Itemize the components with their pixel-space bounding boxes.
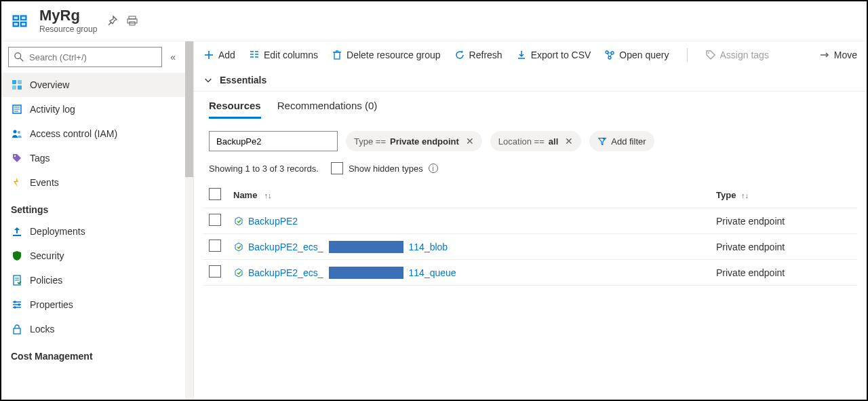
- page-header: MyRg Resource group: [1, 1, 867, 34]
- sidebar-item-deployments[interactable]: Deployments: [1, 219, 185, 244]
- sidebar-search-input[interactable]: [28, 52, 156, 63]
- svg-line-44: [610, 54, 612, 56]
- page-subtitle: Resource group: [39, 24, 97, 34]
- svg-point-23: [14, 301, 16, 303]
- svg-rect-5: [12, 80, 16, 84]
- add-filter-button[interactable]: Add filter: [589, 131, 654, 151]
- overview-icon: [11, 79, 23, 91]
- sidebar-item-label: Policies: [30, 275, 62, 286]
- plus-icon: [203, 50, 214, 60]
- resource-type: Private endpoint: [716, 242, 852, 252]
- table-header: Name ↑↓ Type ↑↓: [203, 183, 857, 208]
- sidebar-item-events[interactable]: Events: [1, 170, 185, 195]
- row-checkbox[interactable]: [209, 214, 221, 226]
- svg-point-13: [14, 130, 17, 134]
- resource-link[interactable]: BackupPE2_ecs_114_blob: [233, 241, 448, 253]
- tab-recommendations[interactable]: Recommendations (0): [277, 100, 378, 119]
- sidebar-item-label: Tags: [30, 153, 50, 164]
- checkbox[interactable]: [331, 162, 343, 174]
- cmd-export-csv[interactable]: Export to CSV: [516, 50, 591, 60]
- essentials-toggle[interactable]: Essentials: [194, 69, 867, 92]
- cmd-assign-tags: Assign tags: [705, 50, 769, 60]
- pin-icon[interactable]: [106, 16, 117, 26]
- row-checkbox[interactable]: [209, 240, 221, 252]
- sidebar-item-activity-log[interactable]: Activity log: [1, 97, 185, 121]
- svg-rect-1: [127, 19, 137, 23]
- close-icon[interactable]: ✕: [466, 136, 474, 147]
- col-header-name[interactable]: Name ↑↓: [233, 190, 708, 200]
- redacted-segment: [329, 267, 403, 279]
- svg-point-14: [18, 131, 20, 134]
- events-icon: [11, 176, 23, 189]
- filter-pill-location[interactable]: Location == all ✕: [490, 131, 581, 151]
- filter-name-input[interactable]: [209, 131, 338, 151]
- sidebar-item-security[interactable]: Security: [1, 244, 185, 268]
- sidebar-item-label: Properties: [30, 299, 73, 310]
- search-icon: [14, 52, 24, 62]
- sidebar-item-properties[interactable]: Properties: [1, 292, 185, 317]
- sidebar-item-label: Access control (IAM): [30, 128, 117, 139]
- sidebar-item-locks[interactable]: Locks: [1, 317, 185, 341]
- private-endpoint-icon: [233, 216, 244, 227]
- resource-type: Private endpoint: [716, 216, 852, 227]
- cmd-move[interactable]: Move: [819, 50, 857, 60]
- section-cost: Cost Management: [1, 341, 185, 366]
- resource-link[interactable]: BackupPE2: [233, 216, 298, 227]
- page-title: MyRg: [39, 8, 97, 23]
- svg-point-41: [608, 56, 611, 59]
- table-row[interactable]: BackupPE2_ecs_114_queuePrivate endpoint: [203, 260, 857, 286]
- close-icon[interactable]: ✕: [565, 136, 573, 147]
- svg-rect-16: [13, 235, 21, 236]
- sidebar-item-access-control[interactable]: Access control (IAM): [1, 121, 185, 146]
- sidebar-item-overview[interactable]: Overview: [1, 73, 185, 97]
- trash-icon: [332, 50, 342, 60]
- policy-icon: [11, 274, 23, 286]
- shield-icon: [11, 250, 23, 262]
- private-endpoint-icon: [233, 242, 244, 252]
- tabs: Resources Recommendations (0): [194, 92, 867, 119]
- svg-line-4: [20, 58, 23, 61]
- print-icon[interactable]: [127, 16, 138, 26]
- filter-pill-type[interactable]: Type == Private endpoint ✕: [346, 131, 482, 151]
- info-icon[interactable]: i: [429, 164, 438, 173]
- svg-rect-26: [14, 328, 20, 334]
- cmd-edit-columns[interactable]: Edit columns: [249, 50, 318, 60]
- svg-rect-8: [18, 85, 22, 90]
- svg-point-39: [606, 51, 608, 54]
- tag-icon: [705, 50, 716, 60]
- lock-icon: [11, 323, 23, 335]
- private-endpoint-icon: [233, 267, 244, 278]
- svg-point-3: [15, 53, 21, 59]
- select-all-checkbox[interactable]: [209, 188, 221, 200]
- resource-group-icon: [9, 11, 30, 31]
- arrow-right-icon: [819, 50, 830, 60]
- sidebar-item-label: Events: [30, 177, 59, 188]
- sidebar-search[interactable]: [8, 47, 162, 67]
- filter-bar: Type == Private endpoint ✕ Location == a…: [194, 119, 867, 158]
- activity-log-icon: [11, 103, 23, 115]
- table-row[interactable]: BackupPE2Private endpoint: [203, 208, 857, 234]
- records-count: Showing 1 to 3 of 3 records.: [209, 164, 319, 174]
- sidebar-item-tags[interactable]: Tags: [1, 146, 185, 170]
- cmd-add[interactable]: Add: [203, 50, 235, 60]
- sidebar-scrollbar[interactable]: [185, 41, 193, 400]
- cmd-open-query[interactable]: Open query: [604, 50, 669, 60]
- sidebar: « Overview Activity log Access control (…: [1, 41, 194, 400]
- main-content: Add Edit columns Delete resource group R…: [194, 41, 867, 400]
- resource-link[interactable]: BackupPE2_ecs_114_queue: [233, 267, 456, 279]
- sidebar-item-policies[interactable]: Policies: [1, 268, 185, 292]
- collapse-sidebar-icon[interactable]: «: [167, 49, 178, 65]
- section-settings: Settings: [1, 195, 185, 219]
- cmd-delete[interactable]: Delete resource group: [332, 50, 441, 60]
- resources-table: Name ↑↓ Type ↑↓ BackupPE2Private endpoin…: [203, 183, 857, 286]
- row-checkbox[interactable]: [209, 265, 221, 278]
- sidebar-item-label: Security: [30, 250, 64, 261]
- tab-resources[interactable]: Resources: [209, 100, 261, 119]
- show-hidden-toggle[interactable]: Show hidden types i: [331, 162, 438, 174]
- command-bar: Add Edit columns Delete resource group R…: [194, 41, 867, 69]
- svg-rect-6: [18, 80, 22, 84]
- svg-point-25: [14, 306, 16, 309]
- cmd-refresh[interactable]: Refresh: [454, 50, 502, 60]
- table-row[interactable]: BackupPE2_ecs_114_blobPrivate endpoint: [203, 234, 857, 260]
- col-header-type[interactable]: Type ↑↓: [716, 190, 852, 200]
